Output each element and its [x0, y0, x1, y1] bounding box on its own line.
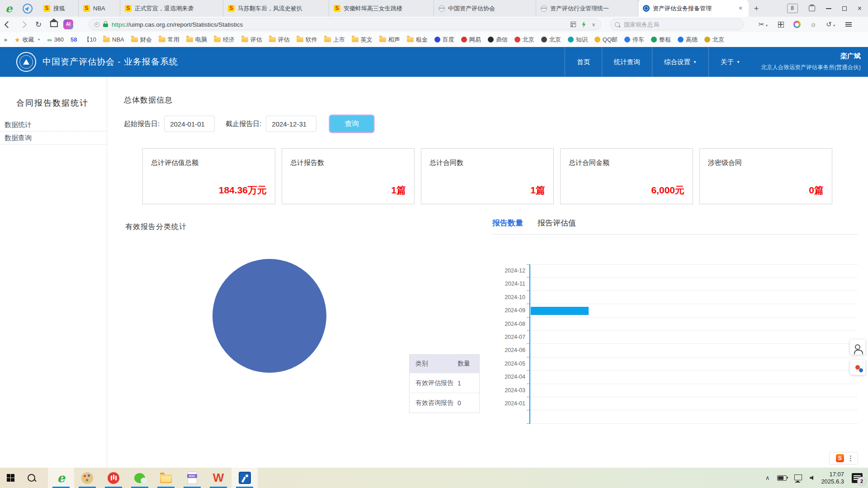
taskbar-app-wechat[interactable]: [127, 468, 153, 488]
sogou-icon[interactable]: [836, 454, 844, 462]
bookmark-folder[interactable]: 电脑: [186, 36, 207, 44]
browser-tab[interactable]: 安徽蚌埠高三女生跳楼: [329, 0, 434, 17]
nav-statistics[interactable]: 统计查询: [602, 47, 652, 77]
browser-tab[interactable]: 马苏翻车后，风流史被扒: [223, 0, 329, 17]
bookmark-folder[interactable]: 上市: [324, 36, 345, 44]
bookmark-site[interactable]: 高德: [678, 36, 698, 44]
bookmarks-expand-icon[interactable]: [5, 38, 8, 42]
bookmark-folder[interactable]: 财会: [131, 36, 152, 44]
end-date-input[interactable]: [266, 116, 316, 132]
bookmark-folder[interactable]: 评估: [269, 36, 290, 44]
history-button[interactable]: [826, 20, 836, 28]
query-button[interactable]: 查询: [329, 115, 374, 133]
search-box[interactable]: [610, 19, 744, 30]
window-count-badge[interactable]: 8: [787, 4, 798, 13]
menu-icon[interactable]: [845, 22, 852, 27]
bookmark-site[interactable]: 北京: [541, 36, 561, 44]
browser-rewards-icon[interactable]: [809, 5, 815, 11]
speed-mode-icon[interactable]: [581, 21, 586, 28]
bookmark-site[interactable]: 网易: [461, 36, 481, 44]
caret-icon: [37, 38, 40, 41]
bookmark-folder[interactable]: NBA: [103, 36, 124, 44]
nav-home[interactable]: 首页: [565, 47, 602, 77]
browser-tab[interactable]: 正式官宣，退选潮来袭: [120, 0, 223, 17]
start-date-input[interactable]: [164, 116, 215, 132]
taskbar-app-explorer[interactable]: [153, 468, 179, 488]
taskbar-app-ximalaya[interactable]: [100, 468, 127, 488]
bookmark-folder[interactable]: 租金: [407, 36, 428, 44]
ime-toolbar[interactable]: [829, 452, 858, 465]
nav-about[interactable]: 关于: [709, 47, 752, 77]
browser-logo-icon[interactable]: [5, 4, 15, 14]
taskbar-app-360-browser[interactable]: [48, 468, 74, 488]
browser-tab[interactable]: 资产评估行业管理统一: [536, 0, 638, 17]
extensions-icon[interactable]: [778, 22, 784, 28]
bookmark-site[interactable]: 百度: [434, 36, 454, 44]
ai-tools-icon[interactable]: [793, 21, 801, 28]
bookmark-site[interactable]: QQ邮: [594, 36, 618, 44]
notification-button[interactable]: 2: [852, 473, 863, 483]
forward-button[interactable]: [15, 22, 31, 27]
bookmark-favorites[interactable]: 收藏: [14, 36, 41, 44]
bookmark-site[interactable]: 停车: [624, 36, 644, 44]
network-icon[interactable]: [794, 474, 802, 480]
search-input[interactable]: [623, 21, 715, 28]
bookmark-folder[interactable]: 英文: [352, 36, 373, 44]
restore-icon[interactable]: [842, 6, 847, 11]
bookmark-360[interactable]: 360: [47, 36, 64, 43]
bookmark-folder[interactable]: 软件: [297, 36, 317, 44]
bookmark-site[interactable]: 北京: [704, 36, 724, 44]
reader-mode-icon[interactable]: [94, 22, 99, 27]
browser-tab-active[interactable]: 资产评估业务报备管理: [638, 0, 749, 17]
bookmark-folder[interactable]: 经济: [214, 36, 235, 44]
clock[interactable]: 17:07 2025.6.3: [821, 471, 844, 485]
browser-tab[interactable]: 搜狐: [39, 0, 79, 17]
taskbar-app-appraisal-client[interactable]: [231, 468, 258, 488]
volume-muted-icon[interactable]: [810, 476, 813, 480]
ime-menu-icon[interactable]: [850, 458, 851, 459]
tab-report-count[interactable]: 报告数量: [492, 218, 523, 228]
sidebar-item-data-statistics[interactable]: 数据统计: [0, 118, 107, 131]
taskbar-app-wps[interactable]: [205, 468, 231, 488]
chevron-down-icon[interactable]: [592, 22, 595, 28]
bookmark-truncated[interactable]: 【10: [84, 36, 96, 44]
bookmark-site[interactable]: 鼎信: [488, 36, 508, 44]
bookmark-site[interactable]: 知识: [568, 36, 588, 44]
bookmark-site[interactable]: 北京: [514, 36, 534, 44]
bookmark-58[interactable]: 58: [71, 36, 77, 43]
taskbar-app-paint[interactable]: [74, 468, 100, 488]
qr-code-icon[interactable]: [571, 22, 576, 27]
side-tool-person-button[interactable]: [850, 339, 865, 355]
bookmark-folder[interactable]: 评估: [241, 36, 262, 44]
battery-icon[interactable]: [777, 475, 787, 481]
url-box[interactable]: https://uimp.cas.org.cn/report/Statistic…: [89, 19, 601, 30]
start-button[interactable]: [0, 468, 21, 488]
taskbar-app-ico-file[interactable]: [179, 468, 205, 488]
bar-value: [531, 307, 589, 315]
refresh-button[interactable]: [31, 20, 46, 29]
lock-icon[interactable]: [103, 23, 108, 27]
close-window-icon[interactable]: [858, 5, 862, 12]
compass-icon[interactable]: [23, 4, 33, 14]
home-button[interactable]: [46, 22, 61, 27]
bookmark-site[interactable]: 整租: [651, 36, 671, 44]
browser-tab[interactable]: NBA: [79, 0, 120, 17]
ai-assistant-icon[interactable]: [63, 19, 73, 29]
bookmark-folder[interactable]: 相声: [379, 36, 400, 44]
minimize-icon[interactable]: [826, 8, 831, 9]
taskbar-search-button[interactable]: [21, 468, 42, 488]
bookmark-folder[interactable]: 常用: [159, 36, 179, 44]
nav-settings[interactable]: 综合设置: [652, 47, 708, 77]
tab-report-value[interactable]: 报告评估值: [538, 218, 576, 228]
close-icon[interactable]: [737, 5, 744, 12]
side-tool-assistant-button[interactable]: [850, 360, 865, 375]
new-tab-button[interactable]: +: [749, 0, 764, 17]
user-block[interactable]: 栾广斌 北京人合致远资产评估事务所(普通合伙): [761, 52, 861, 71]
screenshot-button[interactable]: [759, 20, 769, 28]
hidden-icons-chevron[interactable]: [765, 474, 770, 481]
sidebar-item-data-query[interactable]: 数据查询: [0, 131, 107, 145]
browser-tab[interactable]: 中国资产评估协会: [434, 0, 536, 17]
globe-favicon: [439, 5, 445, 12]
theme-icon[interactable]: [810, 20, 817, 28]
back-button[interactable]: [0, 22, 15, 27]
